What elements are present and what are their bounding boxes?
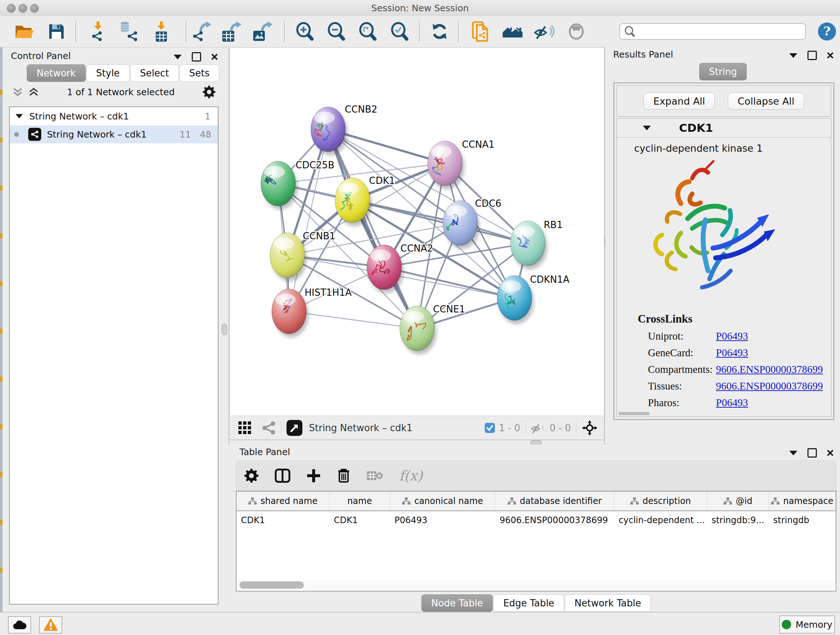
string-query-button[interactable] [501, 20, 524, 43]
column-header-database-identifier[interactable]: database identifier [495, 492, 614, 510]
help-button[interactable]: ? [815, 20, 838, 43]
open-in-window-button[interactable] [286, 420, 302, 436]
collapse-all-icon[interactable] [12, 87, 23, 97]
protein-header[interactable]: CDK1 [617, 119, 831, 138]
table-cell[interactable]: CDK1 [330, 511, 390, 529]
table-cell[interactable]: stringdb:9... [707, 511, 769, 529]
network-node-CCNA1[interactable]: CCNA1 [428, 139, 494, 189]
network-node-CDC25B[interactable]: CDC25B [261, 160, 334, 210]
birds-eye-view-icon[interactable] [581, 420, 598, 436]
crosslink-link[interactable]: 9606.ENSP00000378699 [716, 380, 823, 392]
function-builder-icon[interactable]: f(x) [399, 468, 423, 484]
table-horizontal-scrollbar[interactable] [237, 580, 835, 590]
network-node-HIST1H1A[interactable]: HIST1H1A [272, 287, 352, 337]
collapse-all-button[interactable]: Collapse All [728, 93, 804, 110]
open-session-button[interactable] [13, 20, 36, 43]
network-node-CCNB2[interactable]: CCNB2 [311, 104, 377, 155]
network-node-RB1[interactable]: RB1 [510, 219, 562, 269]
horizontal-divider[interactable] [229, 440, 605, 440]
results-scrollbar-handle[interactable] [619, 412, 650, 415]
column-header-namespace[interactable]: namespace [769, 492, 836, 510]
tab-string[interactable]: String [699, 63, 747, 80]
network-collection-row[interactable]: String Network – cdk1 1 [10, 107, 218, 125]
table-cell[interactable]: 9606.ENSP00000378699 [495, 511, 614, 529]
collection-expander-icon[interactable] [16, 114, 23, 119]
save-session-button[interactable] [45, 20, 68, 43]
clone-network-button[interactable] [469, 20, 492, 43]
network-row[interactable]: String Network – cdk1 11 48 [10, 125, 218, 143]
warning-status-button[interactable] [39, 616, 62, 633]
scrollbar-handle[interactable] [240, 581, 304, 589]
float-panel-icon[interactable] [192, 52, 201, 62]
show-hide-panel-button[interactable] [565, 20, 588, 43]
float-panel-icon[interactable] [807, 51, 817, 60]
tab-select[interactable]: Select [130, 65, 179, 82]
network-node-CCNB1[interactable]: CCNB1 [270, 231, 335, 281]
collapse-panel-icon[interactable] [174, 55, 182, 59]
divider-handle[interactable] [222, 324, 227, 335]
zoom-selected-button[interactable] [388, 20, 411, 43]
network-node-CDK1[interactable]: CDK1 [335, 175, 395, 226]
expand-all-icon[interactable] [28, 87, 39, 97]
collapse-panel-icon[interactable] [789, 53, 797, 58]
column-header-@id[interactable]: @id [707, 492, 769, 510]
export-image-button[interactable] [251, 20, 274, 43]
column-header-name[interactable]: name [330, 492, 390, 510]
network-node-CCNE1[interactable]: CCNE1 [400, 304, 465, 355]
crosslink-link[interactable]: P06493 [716, 397, 748, 409]
close-panel-icon[interactable] [211, 54, 218, 60]
table-gear-icon[interactable] [244, 469, 259, 483]
import-table-from-file-button[interactable] [150, 20, 173, 43]
panel-divider[interactable] [229, 47, 229, 445]
tab-style[interactable]: Style [87, 65, 129, 82]
grid-view-icon[interactable] [238, 421, 252, 435]
close-panel-icon[interactable] [827, 450, 834, 456]
crosslink-link[interactable]: 9606.ENSP00000378699 [716, 363, 823, 375]
delete-table-icon[interactable] [366, 470, 383, 481]
tab-sets[interactable]: Sets [180, 65, 219, 82]
import-network-from-database-button[interactable] [117, 20, 140, 43]
create-column-icon[interactable] [306, 469, 321, 483]
float-panel-icon[interactable] [807, 448, 817, 458]
crosslink-link[interactable]: P06493 [716, 330, 748, 342]
tab-network-table[interactable]: Network Table [565, 594, 651, 612]
table-cell[interactable]: P06493 [390, 511, 495, 529]
close-panel-icon[interactable] [827, 52, 834, 59]
column-header-shared-name[interactable]: shared name [237, 492, 330, 510]
protein-expander-icon[interactable] [643, 126, 651, 130]
memory-button[interactable]: Memory [779, 616, 835, 633]
tab-node-table[interactable]: Node Table [422, 594, 493, 612]
table-cell[interactable]: cyclin-dependent ... [614, 511, 707, 529]
tab-network[interactable]: Network [27, 65, 86, 82]
search-box[interactable] [619, 23, 806, 40]
zoom-in-button[interactable] [294, 20, 317, 43]
network-view-icon[interactable] [262, 421, 276, 435]
search-input[interactable] [639, 26, 805, 37]
table-cell[interactable]: CDK1 [237, 511, 330, 529]
import-network-from-file-button[interactable] [87, 20, 110, 43]
delete-column-icon[interactable] [337, 468, 351, 483]
zoom-out-button[interactable] [325, 20, 348, 43]
cloud-status-button[interactable] [8, 616, 31, 633]
show-columns-icon[interactable] [275, 469, 291, 483]
network-node-CDKN1A[interactable]: CDKN1A [497, 274, 569, 324]
network-node-CCNA2[interactable]: CCNA2 [367, 243, 433, 293]
network-canvas[interactable]: CCNB2CCNA1CDC25BCDK1CDC6RB1CCNB1CCNA2CDK… [231, 48, 604, 416]
table-cell[interactable]: stringdb [769, 511, 836, 529]
collapse-panel-icon[interactable] [789, 451, 797, 455]
gear-icon[interactable] [202, 86, 216, 98]
tab-edge-table[interactable]: Edge Table [493, 594, 564, 612]
hidden-eye-slash-icon[interactable] [531, 421, 546, 434]
crosslink-row: Pharos:P06493 [638, 397, 831, 409]
column-header-canonical-name[interactable]: canonical name [390, 492, 495, 510]
expand-all-button[interactable]: Expand All [644, 93, 715, 110]
export-network-button[interactable] [190, 20, 213, 43]
selected-checkbox-icon[interactable] [485, 423, 495, 433]
column-header-description[interactable]: description [614, 492, 707, 510]
zoom-fit-button[interactable] [356, 20, 379, 43]
table-row[interactable]: CDK1CDK1P064939606.ENSP00000378699cyclin… [237, 511, 836, 529]
refresh-view-button[interactable] [428, 20, 451, 43]
export-table-button[interactable] [220, 20, 243, 43]
show-hide-graphics-details-button[interactable] [533, 20, 556, 43]
crosslink-link[interactable]: P06493 [716, 347, 748, 359]
